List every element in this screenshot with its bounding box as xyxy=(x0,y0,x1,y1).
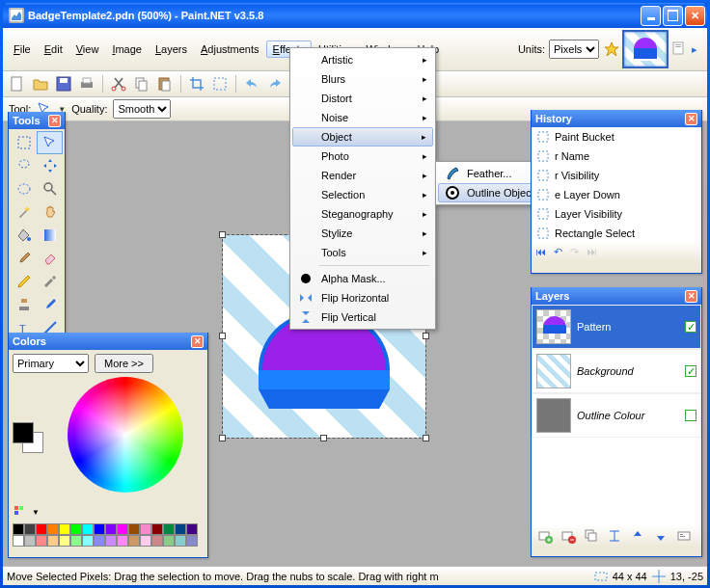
layer-properties-icon[interactable] xyxy=(674,526,694,546)
color-wheel[interactable] xyxy=(68,377,183,493)
minimize-button[interactable] xyxy=(641,6,661,26)
palette-color[interactable] xyxy=(70,535,82,547)
layer-visibility-checkbox[interactable] xyxy=(685,410,696,421)
palette-color[interactable] xyxy=(36,523,47,535)
crop-icon[interactable] xyxy=(186,73,207,94)
move-up-icon[interactable] xyxy=(628,526,647,546)
brush-tool[interactable] xyxy=(11,247,37,270)
merge-layer-icon[interactable] xyxy=(605,526,624,546)
palette-color[interactable] xyxy=(117,523,128,535)
palette-color[interactable] xyxy=(151,535,163,547)
document-thumbnail[interactable] xyxy=(622,30,669,68)
units-select[interactable]: Pixels xyxy=(549,40,599,59)
palette-color[interactable] xyxy=(128,523,140,535)
primary-color-select[interactable]: Primary xyxy=(13,354,89,373)
resize-handle[interactable] xyxy=(320,435,327,441)
pan-tool[interactable] xyxy=(37,200,63,224)
palette-color[interactable] xyxy=(13,535,24,547)
menu-tools[interactable]: Tools xyxy=(292,243,433,262)
layer-item[interactable]: Background✓ xyxy=(532,349,701,393)
color-swatches[interactable] xyxy=(13,422,43,453)
ellipse-select-tool[interactable] xyxy=(11,177,37,200)
menu-edit[interactable]: Edit xyxy=(38,40,69,58)
panel-close-button[interactable]: ✕ xyxy=(48,115,61,127)
palette-color[interactable] xyxy=(140,523,151,535)
palette-color[interactable] xyxy=(82,535,94,547)
palette-color[interactable] xyxy=(24,535,36,547)
print-icon[interactable] xyxy=(76,73,97,94)
menu-view[interactable]: View xyxy=(69,40,106,58)
history-item[interactable]: r Name xyxy=(532,147,701,166)
menu-photo[interactable]: Photo xyxy=(292,147,433,166)
palette-color[interactable] xyxy=(105,523,117,535)
duplicate-layer-icon[interactable] xyxy=(582,526,601,546)
resize-handle[interactable] xyxy=(423,333,429,339)
layer-visibility-checkbox[interactable]: ✓ xyxy=(685,321,696,333)
layer-visibility-checkbox[interactable]: ✓ xyxy=(685,365,696,377)
history-item[interactable]: r Visibility xyxy=(532,166,701,185)
palette-color[interactable] xyxy=(24,523,36,535)
history-redo-icon[interactable]: ↷ xyxy=(570,246,579,258)
palette-color[interactable] xyxy=(94,535,105,547)
resize-handle[interactable] xyxy=(219,435,226,441)
panel-close-button[interactable]: ✕ xyxy=(685,113,697,125)
palette-color[interactable] xyxy=(59,523,70,535)
colors-panel[interactable]: Colors✕ Primary More >> ▼ xyxy=(8,333,208,558)
palette-color[interactable] xyxy=(186,535,198,547)
menu-artistic[interactable]: Artistic xyxy=(292,50,433,69)
palette-color[interactable] xyxy=(105,535,117,547)
palette-color[interactable] xyxy=(186,523,198,535)
chevron-right-icon[interactable]: ▸ xyxy=(692,43,697,56)
palette-color[interactable] xyxy=(163,535,175,547)
history-item[interactable]: e Layer Down xyxy=(532,185,701,204)
history-first-icon[interactable]: ⏮ xyxy=(535,246,546,257)
copy-icon[interactable] xyxy=(131,73,152,94)
history-last-icon[interactable]: ⏭ xyxy=(587,246,597,257)
history-item[interactable]: Rectangle Select xyxy=(532,224,701,241)
palette-color[interactable] xyxy=(175,535,186,547)
palette-color[interactable] xyxy=(70,523,82,535)
zoom-tool[interactable] xyxy=(37,177,63,200)
menu-distort[interactable]: Distort xyxy=(292,89,433,108)
palette-color[interactable] xyxy=(59,535,70,547)
history-item[interactable]: Paint Bucket xyxy=(532,127,701,147)
cut-icon[interactable] xyxy=(108,73,129,94)
magic-wand-tool[interactable] xyxy=(11,200,37,224)
paste-icon[interactable] xyxy=(154,73,176,94)
menu-image[interactable]: Image xyxy=(105,40,149,58)
redo-icon[interactable] xyxy=(264,73,286,94)
gradient-tool[interactable] xyxy=(37,224,63,247)
menu-alpha-mask[interactable]: Alpha Mask... xyxy=(292,269,433,288)
palette-color[interactable] xyxy=(36,535,47,547)
menu-blurs[interactable]: Blurs xyxy=(292,69,433,89)
chevron-down-icon[interactable]: ▼ xyxy=(32,508,40,517)
move-down-icon[interactable] xyxy=(651,526,670,546)
document-list-icon[interactable] xyxy=(672,41,688,57)
pencil-tool[interactable] xyxy=(11,270,37,293)
undo-icon[interactable] xyxy=(241,73,262,94)
menu-object[interactable]: Object xyxy=(292,127,433,147)
move-tool[interactable] xyxy=(37,131,63,154)
palette-color[interactable] xyxy=(128,535,140,547)
menu-render[interactable]: Render xyxy=(292,166,433,185)
palette-color[interactable] xyxy=(175,523,186,535)
maximize-button[interactable] xyxy=(663,6,683,26)
paint-bucket-tool[interactable] xyxy=(11,224,37,247)
layers-panel[interactable]: Layers✕ Pattern✓Background✓Outline Colou… xyxy=(531,287,702,557)
panel-close-button[interactable]: ✕ xyxy=(191,335,204,348)
color-picker-tool[interactable] xyxy=(37,270,63,293)
menu-adjustments[interactable]: Adjustments xyxy=(194,40,266,58)
resize-handle[interactable] xyxy=(423,435,429,441)
palette-color[interactable] xyxy=(47,523,59,535)
menu-selection[interactable]: Selection xyxy=(292,185,433,204)
palette-color[interactable] xyxy=(163,523,175,535)
rect-select-tool[interactable] xyxy=(11,131,37,154)
palette-color[interactable] xyxy=(117,535,128,547)
history-undo-icon[interactable]: ↶ xyxy=(554,246,562,258)
palette-menu-icon[interactable] xyxy=(13,504,28,520)
palette-color[interactable] xyxy=(82,523,94,535)
quality-select[interactable]: Smooth xyxy=(113,99,171,119)
layer-item[interactable]: Pattern✓ xyxy=(532,305,701,349)
menu-steganography[interactable]: Steganography xyxy=(292,204,433,224)
more-button[interactable]: More >> xyxy=(95,354,153,373)
